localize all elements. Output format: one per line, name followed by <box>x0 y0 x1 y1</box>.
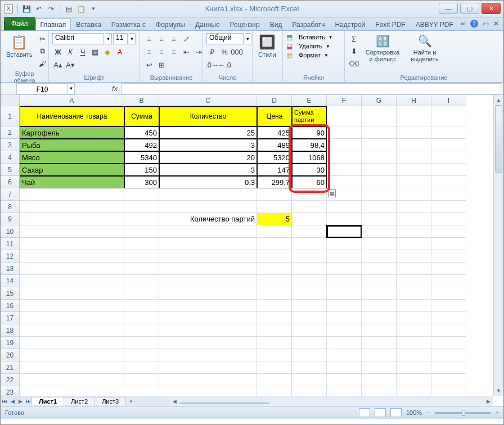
cell-H18[interactable] <box>397 324 431 337</box>
cell-E12[interactable] <box>292 250 327 263</box>
row-header-13[interactable]: 13 <box>1 263 20 275</box>
cell-C22[interactable] <box>159 374 257 386</box>
orientation-icon[interactable]: ⤢ <box>181 33 192 44</box>
col-header-C[interactable]: C <box>159 95 257 106</box>
tab-last-icon[interactable]: ⏭ <box>24 399 32 404</box>
cell-E20[interactable] <box>292 349 327 361</box>
cell-G14[interactable] <box>362 275 397 287</box>
cell-G11[interactable] <box>362 238 397 250</box>
cell-A17[interactable] <box>20 312 124 324</box>
row-header-22[interactable]: 22 <box>1 374 20 386</box>
row-header-4[interactable]: 4 <box>1 151 20 164</box>
cell-F9[interactable] <box>327 213 362 225</box>
cell-I5[interactable] <box>431 164 466 176</box>
cell-F8[interactable] <box>327 201 362 213</box>
row-header-18[interactable]: 18 <box>1 324 20 337</box>
cell-A6[interactable]: Чай <box>20 176 124 188</box>
cell-E1[interactable]: Сумма партии <box>292 106 327 126</box>
cell-D5[interactable]: 147 <box>257 164 292 176</box>
cell-C10[interactable] <box>159 225 257 238</box>
cell-B15[interactable] <box>124 287 159 300</box>
tab-prev-icon[interactable]: ◀ <box>8 399 16 404</box>
cell-C6[interactable]: 0,3 <box>159 176 257 188</box>
cell-H7[interactable] <box>397 188 431 201</box>
horizontal-scrollbar[interactable]: ◀ ▶ <box>169 396 493 406</box>
cell-G13[interactable] <box>362 263 397 275</box>
cell-A14[interactable] <box>20 275 124 287</box>
sort-filter-button[interactable]: 🔠 Сортировка и фильтр <box>362 33 403 64</box>
cell-G1[interactable] <box>362 106 397 126</box>
cell-H16[interactable] <box>397 300 431 312</box>
cell-D19[interactable] <box>257 337 292 349</box>
cell-B7[interactable] <box>124 188 159 201</box>
font-size-select[interactable]: 11 <box>113 33 128 44</box>
cell-C4[interactable]: 20 <box>159 151 257 164</box>
currency-icon[interactable]: ₽ <box>206 46 218 57</box>
cell-D14[interactable] <box>257 275 292 287</box>
cell-E6[interactable]: 60 <box>292 176 327 188</box>
cell-A13[interactable] <box>20 263 124 275</box>
window-opts-icon[interactable]: ▭ <box>483 20 489 28</box>
scroll-right-icon[interactable]: ▶ <box>483 399 493 404</box>
cell-I1[interactable] <box>431 106 466 126</box>
tab-abbyy pdf[interactable]: ABBYY PDF <box>411 18 458 30</box>
cell-H20[interactable] <box>397 349 431 361</box>
col-header-D[interactable]: D <box>257 95 292 106</box>
copy-icon[interactable]: ⧉ <box>37 46 48 57</box>
row-header-17[interactable]: 17 <box>1 312 20 324</box>
cell-F5[interactable] <box>327 164 362 176</box>
cell-A10[interactable] <box>20 225 124 238</box>
name-box[interactable]: F10 <box>16 83 68 94</box>
vertical-scrollbar[interactable]: ▲ ▼ <box>493 95 503 396</box>
cell-I17[interactable] <box>431 312 466 324</box>
cell-A11[interactable] <box>20 238 124 250</box>
cell-C14[interactable] <box>159 275 257 287</box>
minimize-button[interactable]: — <box>439 3 458 14</box>
cell-C5[interactable]: 3 <box>159 164 257 176</box>
help-icon[interactable]: ? <box>470 20 478 28</box>
cell-I6[interactable] <box>431 176 466 188</box>
view-normal-icon[interactable] <box>359 408 370 417</box>
cell-B16[interactable] <box>124 300 159 312</box>
cell-B20[interactable] <box>124 349 159 361</box>
autosum-icon[interactable]: Σ <box>348 33 359 44</box>
row-header-12[interactable]: 12 <box>1 250 20 263</box>
cell-A4[interactable]: Мясо <box>20 151 124 164</box>
decrease-font-icon[interactable]: A▾ <box>65 59 76 70</box>
cell-G16[interactable] <box>362 300 397 312</box>
scroll-down-icon[interactable]: ▼ <box>494 386 503 396</box>
cell-I8[interactable] <box>431 201 466 213</box>
cell-E13[interactable] <box>292 263 327 275</box>
cell-D3[interactable]: 489 <box>257 139 292 151</box>
cell-H6[interactable] <box>397 176 431 188</box>
tab-first-icon[interactable]: ⏮ <box>1 399 8 404</box>
cell-H12[interactable] <box>397 250 431 263</box>
cell-D7[interactable] <box>257 188 292 201</box>
cell-F22[interactable] <box>327 374 362 386</box>
cell-E9[interactable] <box>292 213 327 225</box>
cell-E10[interactable] <box>292 225 327 238</box>
cell-I16[interactable] <box>431 300 466 312</box>
inc-decimal-icon[interactable]: .0→ <box>206 59 218 70</box>
cell-I18[interactable] <box>431 324 466 337</box>
cell-I7[interactable] <box>431 188 466 201</box>
scroll-up-icon[interactable]: ▲ <box>494 95 503 105</box>
cell-H1[interactable] <box>397 106 431 126</box>
tab-вставка[interactable]: Вставка <box>71 18 106 30</box>
cell-E11[interactable] <box>292 238 327 250</box>
cell-D17[interactable] <box>257 312 292 324</box>
qat-btn[interactable]: ▤ <box>64 4 74 14</box>
cell-G10[interactable] <box>362 225 397 238</box>
cell-B5[interactable]: 150 <box>124 164 159 176</box>
cell-C12[interactable] <box>159 250 257 263</box>
cell-C19[interactable] <box>159 337 257 349</box>
cell-B13[interactable] <box>124 263 159 275</box>
tab-надстрой[interactable]: Надстрой <box>330 18 370 30</box>
cell-D10[interactable] <box>257 225 292 238</box>
percent-icon[interactable]: % <box>219 46 230 57</box>
cell-E21[interactable] <box>292 361 327 374</box>
cell-A21[interactable] <box>20 361 124 374</box>
cell-E4[interactable]: 1068 <box>292 151 327 164</box>
cell-H10[interactable] <box>397 225 431 238</box>
cell-G20[interactable] <box>362 349 397 361</box>
